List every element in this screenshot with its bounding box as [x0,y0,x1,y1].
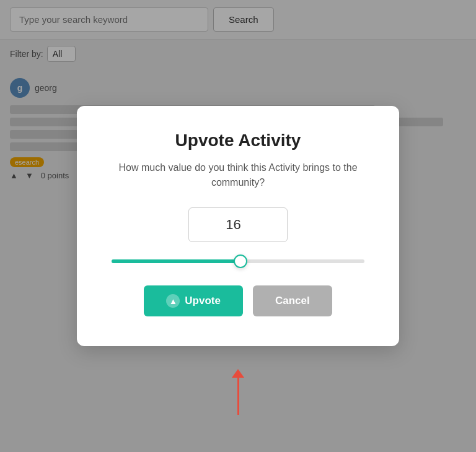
slider-track [112,259,364,263]
arrow-head [232,369,244,378]
arrow-annotation [232,369,244,415]
slider-container[interactable] [107,259,369,263]
upvote-button[interactable]: ▲ Upvote [144,285,243,316]
modal-buttons: ▲ Upvote Cancel [107,285,369,316]
arrow-shaft [237,378,239,415]
upvote-modal: Upvote Activity How much value do you th… [77,106,399,346]
slider-fill [112,259,240,263]
modal-title: Upvote Activity [107,131,369,150]
upvote-value-input[interactable] [188,207,288,242]
modal-description: How much value do you think this Activit… [107,160,369,190]
value-input-wrapper [107,207,369,242]
cancel-button[interactable]: Cancel [253,285,332,316]
slider-thumb[interactable] [234,254,247,268]
upvote-button-label: Upvote [185,295,221,307]
upvote-arrow-icon: ▲ [166,294,180,308]
